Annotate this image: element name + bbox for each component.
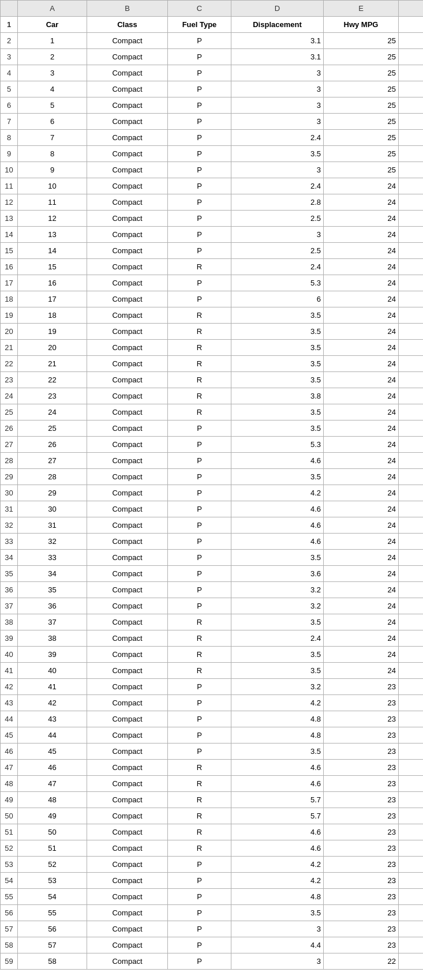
row-num-cell[interactable]: 40 [1,647,18,663]
cell-class[interactable]: Compact [87,162,168,178]
cell-extra[interactable] [399,49,424,65]
cell-class[interactable]: Compact [87,857,168,873]
cell-car[interactable]: 2 [18,49,87,65]
cell-car[interactable]: 40 [18,663,87,679]
cell-car[interactable]: 23 [18,388,87,404]
cell-class[interactable]: Compact [87,792,168,808]
cell-class[interactable]: Compact [87,517,168,534]
cell-mpg[interactable]: 24 [324,388,399,404]
cell-fuel[interactable]: P [168,727,231,744]
row-num-cell[interactable]: 41 [1,663,18,679]
cell-class[interactable]: Compact [87,501,168,517]
cell-fuel[interactable]: P [168,534,231,550]
cell-car[interactable]: 32 [18,534,87,550]
cell-mpg[interactable]: 25 [324,162,399,178]
cell-class[interactable]: Compact [87,404,168,420]
cell-fuel[interactable]: P [168,921,231,937]
cell-fuel[interactable]: P [168,744,231,760]
cell-fuel[interactable]: R [168,259,231,275]
cell-car[interactable]: 8 [18,146,87,162]
cell-class[interactable]: Compact [87,873,168,889]
cell-fuel[interactable]: P [168,873,231,889]
cell-mpg[interactable]: 24 [324,356,399,372]
cell-car[interactable]: 15 [18,259,87,275]
cell-car[interactable]: 48 [18,792,87,808]
cell-class[interactable]: Compact [87,453,168,469]
row-num-cell[interactable]: 10 [1,162,18,178]
cell-mpg[interactable]: 23 [324,857,399,873]
cell-mpg[interactable]: 24 [324,324,399,340]
cell-car[interactable]: 39 [18,647,87,663]
cell-car[interactable]: 43 [18,711,87,727]
cell-mpg[interactable]: 24 [324,501,399,517]
cell-class[interactable]: Compact [87,582,168,598]
row-num-cell[interactable]: 29 [1,469,18,485]
cell-class[interactable]: Compact [87,49,168,65]
cell-class[interactable]: Compact [87,953,168,970]
cell-extra[interactable] [399,695,424,711]
cell-disp[interactable]: 3.5 [231,663,324,679]
cell-disp[interactable]: 4.6 [231,501,324,517]
col-header-f[interactable] [399,1,424,17]
cell-fuel[interactable]: R [168,647,231,663]
cell-mpg[interactable]: 24 [324,275,399,291]
cell-extra[interactable] [399,130,424,146]
cell-disp[interactable]: 3.5 [231,420,324,437]
cell-class[interactable]: Compact [87,889,168,905]
cell-fuel[interactable]: P [168,453,231,469]
cell-car[interactable]: 20 [18,340,87,356]
cell-class[interactable]: Compact [87,840,168,857]
cell-disp[interactable]: 3 [231,227,324,243]
cell-fuel[interactable]: P [168,937,231,953]
cell-disp[interactable]: 3 [231,65,324,81]
cell-disp[interactable]: 4.6 [231,453,324,469]
cell-car[interactable]: 19 [18,324,87,340]
cell-extra[interactable] [399,840,424,857]
col-header-a[interactable]: A [18,1,87,17]
cell-disp[interactable]: 4.6 [231,760,324,776]
cell-mpg[interactable]: 25 [324,49,399,65]
cell-disp[interactable]: 4.6 [231,517,324,534]
cell-car[interactable]: 30 [18,501,87,517]
cell-class[interactable]: Compact [87,485,168,501]
cell-class[interactable]: Compact [87,905,168,921]
cell-fuel[interactable]: P [168,598,231,614]
cell-disp[interactable]: 2.5 [231,211,324,227]
cell-car[interactable]: 26 [18,437,87,453]
cell-mpg[interactable]: 24 [324,243,399,259]
cell-class[interactable]: Compact [87,146,168,162]
cell-extra[interactable] [399,873,424,889]
cell-class[interactable]: Compact [87,647,168,663]
cell-disp[interactable]: 2.4 [231,130,324,146]
cell-car[interactable]: 49 [18,808,87,824]
cell-disp[interactable]: 4.2 [231,485,324,501]
cell-fuel[interactable]: R [168,760,231,776]
cell-fuel[interactable]: P [168,550,231,566]
cell-disp[interactable]: 2.8 [231,194,324,211]
row-num-cell[interactable]: 47 [1,760,18,776]
cell-fuel[interactable]: P [168,130,231,146]
row-num-cell[interactable]: 2 [1,33,18,49]
cell-extra[interactable] [399,679,424,695]
cell-extra[interactable] [399,937,424,953]
cell-fuel[interactable]: R [168,840,231,857]
cell-class[interactable]: Compact [87,340,168,356]
cell-mpg[interactable]: 24 [324,420,399,437]
row-num-cell[interactable]: 23 [1,372,18,388]
cell-disp[interactable]: 4.6 [231,840,324,857]
cell-extra[interactable] [399,905,424,921]
cell-mpg[interactable]: 24 [324,227,399,243]
cell-car[interactable]: 35 [18,582,87,598]
cell-disp[interactable]: 3.1 [231,49,324,65]
cell-car[interactable]: 29 [18,485,87,501]
cell-extra[interactable] [399,33,424,49]
row-num-cell[interactable]: 32 [1,517,18,534]
row-num-cell[interactable]: 20 [1,324,18,340]
cell-disp[interactable]: 2.5 [231,243,324,259]
cell-car[interactable]: 45 [18,744,87,760]
cell-extra[interactable] [399,356,424,372]
row-num-cell[interactable]: 48 [1,776,18,792]
cell-disp[interactable]: 3.2 [231,679,324,695]
cell-disp[interactable]: 3 [231,953,324,970]
cell-fuel[interactable]: P [168,953,231,970]
